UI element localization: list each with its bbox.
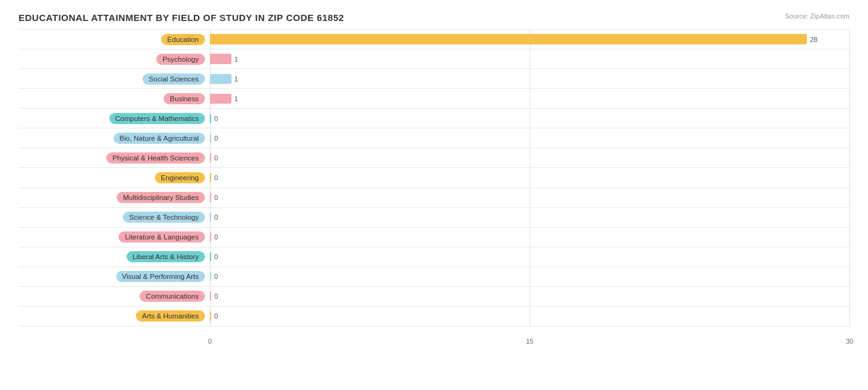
bar-label-area: Science & Technology [19, 212, 210, 223]
bar-row: Psychology1 [19, 49, 849, 69]
bar-label-area: Engineering [19, 172, 210, 183]
bar-value-area: 0 [210, 308, 849, 325]
chart-source: Source: ZipAtlas.com [785, 12, 849, 20]
bar-row: Multidisciplinary Studies0 [19, 188, 849, 208]
bar-label-pill: Bio, Nature & Agricultural [114, 133, 205, 144]
bar-row: Visual & Performing Arts0 [19, 267, 849, 287]
bar-label-pill: Business [164, 93, 205, 104]
bar-value-label: 0 [214, 194, 218, 201]
bar-row: Liberal Arts & History0 [19, 247, 849, 267]
bar-value-label: 0 [214, 214, 218, 221]
bar-label-pill: Literature & Languages [119, 231, 205, 243]
bar [210, 272, 211, 281]
bar-label-pill: Communications [140, 291, 205, 302]
bar-label-pill: Computers & Mathematics [109, 113, 206, 124]
bar-value-label: 0 [214, 233, 218, 241]
bar-value-label: 0 [214, 135, 218, 142]
bar-label-area: Literature & Languages [19, 231, 210, 243]
bar-row: Engineering0 [19, 168, 849, 188]
bar-value-label: 1 [235, 75, 238, 83]
bar [210, 74, 232, 84]
bar-label-area: Multidisciplinary Studies [19, 192, 210, 203]
bar [210, 291, 211, 301]
bar-label-pill: Liberal Arts & History [127, 251, 205, 262]
bar-value-label: 0 [214, 292, 218, 300]
bar-value-label: 0 [214, 115, 218, 122]
bar-row: Bio, Nature & Agricultural0 [19, 128, 849, 148]
bar-value-area: 0 [210, 288, 849, 305]
bar-label-area: Psychology [19, 54, 210, 65]
bar-row: Science & Technology0 [19, 208, 849, 228]
bar-value-area: 1 [210, 70, 849, 87]
bar [210, 114, 211, 123]
bar [210, 54, 232, 64]
bar-label-area: Liberal Arts & History [19, 251, 210, 262]
bar-label-pill: Social Sciences [143, 73, 205, 85]
bar-label-pill: Physical & Health Sciences [106, 152, 205, 164]
bar-value-area: 0 [210, 130, 849, 146]
bar-label-pill: Education [161, 34, 205, 45]
bar-row: Physical & Health Sciences0 [19, 148, 849, 168]
chart-container: EDUCATIONAL ATTAINMENT BY FIELD OF STUDY… [0, 0, 868, 390]
bar-label-pill: Arts & Humanities [136, 310, 205, 322]
bar-value-area: 1 [210, 90, 849, 107]
bars-area: Education28Psychology1Social Sciences1Bu… [19, 29, 849, 326]
bar-value-area: 0 [210, 189, 849, 206]
bar-value-label: 0 [214, 312, 218, 320]
bar-value-label: 28 [810, 36, 817, 43]
bar-value-label: 0 [214, 273, 218, 280]
bar-label-area: Arts & Humanities [19, 310, 210, 322]
bar-label-area: Computers & Mathematics [19, 113, 210, 124]
x-axis-label: 30 [846, 338, 853, 345]
bar [210, 193, 211, 202]
chart-area: Education28Psychology1Social Sciences1Bu… [19, 29, 849, 345]
bar-row: Communications0 [19, 287, 849, 307]
bar-label-pill: Visual & Performing Arts [116, 271, 205, 282]
x-axis-labels: 01530 [210, 330, 849, 345]
bar-label-area: Communications [19, 291, 210, 302]
bar-label-pill: Multidisciplinary Studies [117, 192, 205, 203]
bar [210, 94, 232, 104]
bar-label-pill: Psychology [156, 54, 205, 65]
bar-value-area: 0 [210, 169, 849, 186]
bar-value-area: 0 [210, 149, 849, 166]
bar-value-area: 1 [210, 51, 849, 67]
bar-row: Business1 [19, 89, 849, 109]
bar-label-pill: Engineering [155, 172, 205, 183]
grid-line [849, 29, 850, 326]
bar-value-area: 0 [210, 209, 849, 226]
bar-value-area: 0 [210, 249, 849, 265]
bar [210, 252, 211, 262]
bar [210, 133, 211, 143]
bar-value-area: 0 [210, 268, 849, 285]
bar [210, 212, 211, 222]
bar-row: Education28 [19, 29, 849, 49]
bar-label-area: Visual & Performing Arts [19, 271, 210, 282]
bar [210, 311, 211, 321]
bar [210, 173, 211, 183]
bar-label-pill: Science & Technology [123, 212, 205, 223]
bar-label-area: Business [19, 93, 210, 104]
bar-value-area: 0 [210, 110, 849, 127]
bar [210, 34, 807, 44]
bar-row: Social Sciences1 [19, 69, 849, 89]
bar-value-area: 0 [210, 229, 849, 246]
bar-value-label: 1 [235, 56, 238, 63]
bar-value-label: 0 [214, 253, 218, 260]
bar-label-area: Education [19, 34, 210, 45]
x-axis-label: 0 [208, 338, 212, 345]
x-axis-label: 15 [526, 338, 533, 345]
bar-row: Computers & Mathematics0 [19, 109, 849, 128]
bar-value-label: 0 [214, 174, 218, 181]
bar-label-area: Social Sciences [19, 73, 210, 85]
bar-row: Arts & Humanities0 [19, 307, 849, 326]
bar-value-label: 0 [214, 154, 218, 162]
bar [210, 232, 211, 242]
bar [210, 153, 211, 163]
bar-label-area: Bio, Nature & Agricultural [19, 133, 210, 144]
bar-row: Literature & Languages0 [19, 228, 849, 247]
bar-value-label: 1 [235, 95, 238, 102]
bar-label-area: Physical & Health Sciences [19, 152, 210, 164]
bar-value-area: 28 [210, 31, 849, 48]
chart-title: EDUCATIONAL ATTAINMENT BY FIELD OF STUDY… [19, 12, 849, 23]
